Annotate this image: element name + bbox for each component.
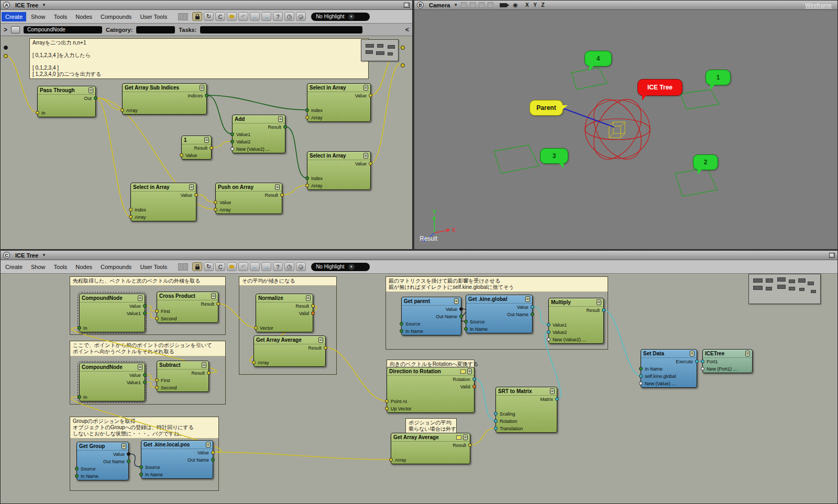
input-port-new-value2[interactable] (547, 338, 550, 341)
input-port-array[interactable] (214, 208, 217, 211)
viewport-label-1[interactable]: 1 (705, 70, 731, 85)
node-multiply[interactable]: Multiply≡ResultValue1Value2New (Value2) … (548, 298, 604, 344)
node-graph-c[interactable]: 先程取得した、ベクトルと次のベクトルの外積を取るその平均が傾きになる親のマトリク… (1, 251, 837, 503)
node-menu-icon[interactable]: ≡ (89, 87, 93, 93)
output-port-value1[interactable] (143, 311, 147, 315)
node-normalize[interactable]: Normalize≡ResultValidVector (256, 294, 313, 332)
eye-icon[interactable]: ◉ (513, 2, 518, 8)
output-port-result[interactable] (324, 346, 327, 350)
layout-button-3[interactable] (479, 2, 484, 8)
input-port-new-value[interactable] (639, 382, 643, 385)
node-menu-icon[interactable]: ≡ (363, 85, 368, 91)
view-preset-buttons[interactable] (178, 263, 188, 271)
compound-port-dot[interactable] (4, 54, 8, 58)
input-port-source[interactable] (75, 467, 79, 471)
node-menu-icon[interactable]: ≡ (204, 137, 209, 143)
input-port-second[interactable] (155, 386, 159, 389)
tasks-field[interactable] (200, 26, 362, 33)
c-mode-button[interactable]: C (215, 12, 225, 21)
compound-port-dot[interactable] (401, 46, 405, 50)
output-port-result[interactable] (216, 302, 220, 306)
c-mode-button[interactable]: C (215, 262, 225, 271)
node-set-data[interactable]: Set Data≡ExecuteIn Nameself.kine.globalN… (641, 349, 697, 388)
output-port-result[interactable] (283, 125, 287, 129)
menu-create[interactable]: Create (2, 12, 26, 21)
node-menu-icon[interactable]: ≡ (211, 293, 216, 299)
node-pass-through[interactable]: Pass Through≡OutIn (37, 86, 96, 117)
input-port-first[interactable] (155, 309, 159, 313)
graph-minimap[interactable] (361, 39, 399, 61)
node-get-kine-global[interactable]: Get .kine.global≡ValueOut NameSourceIn N… (466, 295, 533, 333)
menu-nodes[interactable]: Nodes (72, 12, 96, 21)
node-menu-icon[interactable]: ≡ (278, 116, 283, 122)
comment-box[interactable]: Arrayを二つ出力 n,n+1[ 0,1,2,3,4 ]を入力したら[ 0,1… (29, 38, 369, 79)
layout-button-4[interactable] (488, 2, 493, 8)
chevron-down-icon[interactable]: ▼ (42, 3, 46, 7)
graph-minimap[interactable] (748, 274, 821, 304)
node-menu-icon[interactable]: ≡ (550, 388, 555, 394)
camera-view-selector[interactable]: Camera (429, 2, 450, 8)
expand-right-icon[interactable]: > (4, 26, 7, 33)
output-port-out-name[interactable] (211, 458, 215, 462)
menu-user-tools[interactable]: User Tools (136, 12, 171, 21)
node-menu-icon[interactable]: ≡ (202, 362, 206, 368)
menu-compounds[interactable]: Compounds (97, 262, 135, 272)
input-port-array[interactable] (120, 108, 124, 112)
node-menu-icon[interactable]: ≡ (206, 442, 211, 447)
output-port-out-name[interactable] (531, 312, 534, 316)
output-port-value[interactable] (143, 304, 147, 308)
node-menu-icon[interactable]: ≡ (122, 443, 126, 449)
help-button[interactable]: ? (273, 12, 283, 21)
view-preset-buttons[interactable] (178, 13, 188, 20)
node-subtract[interactable]: Subtract≡ResultFirstSecond (157, 361, 209, 392)
chevron-down-icon[interactable]: ▼ (42, 253, 46, 257)
camera-icon[interactable] (500, 3, 506, 7)
output-port-result[interactable] (311, 304, 315, 308)
menu-tools[interactable]: Tools (50, 12, 71, 21)
input-port-value1[interactable] (547, 323, 550, 327)
input-port-in-name[interactable] (139, 473, 143, 476)
input-port-source[interactable] (464, 320, 468, 323)
refresh-icon[interactable]: ↻ (204, 12, 214, 21)
input-port-new-value2[interactable] (230, 147, 234, 151)
input-port-value1[interactable] (230, 132, 234, 136)
menu-show[interactable]: Show (27, 12, 49, 21)
node-add[interactable]: Add≡ResultValue1Value2New (Value2) ... (232, 115, 285, 153)
input-port-value[interactable] (180, 153, 183, 157)
menu-create[interactable]: Create (2, 262, 26, 272)
input-port-array[interactable] (305, 184, 309, 187)
input-port-value2[interactable] (547, 330, 550, 334)
output-port-value[interactable] (211, 451, 215, 454)
compound-port-dot[interactable] (401, 63, 405, 68)
back-icon[interactable]: ← (250, 262, 260, 271)
node-menu-icon[interactable]: ≡ (597, 299, 601, 305)
node-menu-icon[interactable]: ≡ (525, 296, 530, 302)
input-port-in-name[interactable] (75, 474, 79, 478)
panel-c-titlebar[interactable]: C ICE Tree ▼ (1, 251, 837, 260)
restore-icon[interactable] (404, 3, 410, 8)
node-get-array-sub-indices[interactable]: Get Array Sub Indices≡IndicesArray (122, 83, 207, 115)
input-port-port1[interactable] (701, 360, 704, 363)
output-port-valid[interactable] (472, 385, 476, 388)
input-port-second[interactable] (155, 317, 159, 320)
input-port-first[interactable] (155, 378, 159, 382)
compound-tab-icon[interactable] (11, 26, 20, 33)
lock-icon[interactable] (192, 12, 202, 21)
input-port-in-name[interactable] (400, 329, 403, 333)
collapse-left-icon[interactable]: < (405, 26, 409, 33)
node-cross-product[interactable]: Cross Product≡ResultFirstSecond (157, 292, 218, 323)
node-menu-icon[interactable]: ≡ (690, 351, 694, 356)
panel-a-title[interactable]: ICE Tree (15, 2, 38, 8)
restore-icon[interactable] (829, 253, 835, 258)
node-icetree[interactable]: ICETree≡Port1New (Port1) ... (702, 349, 753, 373)
output-port-out[interactable] (94, 96, 97, 100)
node-menu-icon[interactable]: ≡ (189, 184, 194, 190)
input-port-array[interactable] (129, 215, 133, 219)
menu-nodes[interactable]: Nodes (72, 262, 96, 272)
input-port-up-vector[interactable] (385, 407, 389, 410)
menu-compounds[interactable]: Compounds (97, 12, 135, 21)
viewport-label-ice-tree[interactable]: ICE Tree (637, 79, 682, 96)
node-menu-icon[interactable]: ≡ (463, 434, 468, 440)
input-port-in[interactable] (78, 395, 81, 399)
chevron-down-icon[interactable]: ▼ (454, 3, 458, 7)
